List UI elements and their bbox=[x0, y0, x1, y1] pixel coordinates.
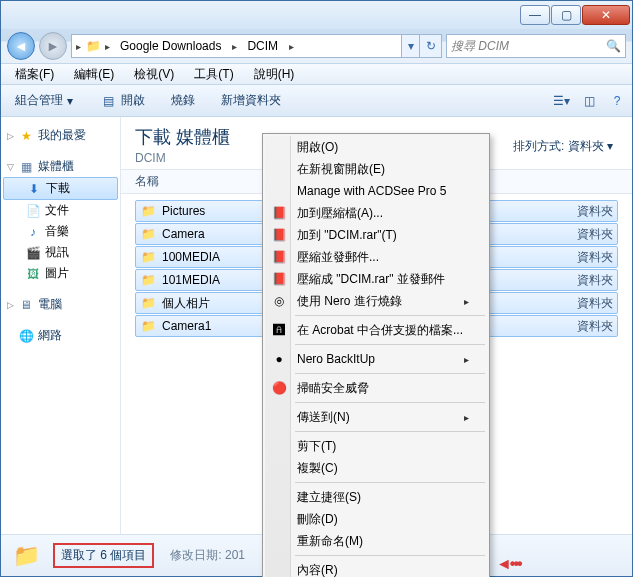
context-item[interactable]: 🅰在 Acrobat 中合併支援的檔案... bbox=[265, 319, 487, 341]
help-button[interactable]: ? bbox=[608, 92, 626, 110]
context-item[interactable]: 刪除(D) bbox=[265, 508, 487, 530]
menu-item-label: 重新命名(M) bbox=[297, 533, 363, 550]
context-item[interactable]: 剪下(T) bbox=[265, 435, 487, 457]
menu-file[interactable]: 檔案(F) bbox=[7, 64, 62, 84]
chevron-icon: ▸ bbox=[285, 41, 298, 52]
menu-item-label: 在 Acrobat 中合併支援的檔案... bbox=[297, 322, 463, 339]
nav-favorites[interactable]: ▷★我的最愛 bbox=[1, 125, 120, 146]
annotation-arrow: ◄••• bbox=[496, 555, 521, 573]
context-item[interactable]: 內容(R) bbox=[265, 559, 487, 577]
menu-separator bbox=[295, 402, 485, 403]
file-type: 資料夾 bbox=[577, 295, 613, 312]
folder-icon: 📁 bbox=[85, 38, 101, 54]
music-icon: ♪ bbox=[25, 224, 41, 240]
sidebar-item-video[interactable]: 🎬視訊 bbox=[1, 242, 120, 263]
address-dropdown[interactable]: ▾ bbox=[401, 35, 419, 57]
address-bar[interactable]: ▸ 📁 ▸ Google Downloads ▸ DCIM ▸ ▾ ↻ bbox=[71, 34, 442, 58]
menu-item-label: 傳送到(N) bbox=[297, 409, 350, 426]
context-item[interactable]: 複製(C) bbox=[265, 457, 487, 479]
menu-separator bbox=[295, 344, 485, 345]
context-item[interactable]: 建立捷徑(S) bbox=[265, 486, 487, 508]
menu-item-label: 使用 Nero 進行燒錄 bbox=[297, 293, 402, 310]
sidebar-item-music[interactable]: ♪音樂 bbox=[1, 221, 120, 242]
menu-item-label: 在新視窗開啟(E) bbox=[297, 161, 385, 178]
open-button[interactable]: ▤開啟 bbox=[91, 90, 153, 112]
menu-item-label: 剪下(T) bbox=[297, 438, 336, 455]
menu-item-label: 壓縮並發郵件... bbox=[297, 249, 379, 266]
folder-icon: 📁 bbox=[140, 273, 156, 287]
breadcrumb-seg[interactable]: DCIM bbox=[241, 35, 285, 57]
context-item[interactable]: 重新命名(M) bbox=[265, 530, 487, 552]
search-input[interactable]: 搜尋 DCIM 🔍 bbox=[446, 34, 626, 58]
titlebar: — ▢ ✕ bbox=[1, 1, 632, 29]
context-item[interactable]: 傳送到(N)▸ bbox=[265, 406, 487, 428]
context-item[interactable]: Manage with ACDSee Pro 5 bbox=[265, 180, 487, 202]
sidebar-item-dl[interactable]: ⬇下載 bbox=[3, 177, 118, 200]
submenu-arrow-icon: ▸ bbox=[464, 412, 469, 423]
context-item[interactable]: 在新視窗開啟(E) bbox=[265, 158, 487, 180]
breadcrumb-seg[interactable]: Google Downloads bbox=[114, 35, 228, 57]
menu-tools[interactable]: 工具(T) bbox=[186, 64, 241, 84]
column-name[interactable]: 名稱 bbox=[135, 173, 255, 190]
folder-icon: 📁 bbox=[140, 319, 156, 333]
file-type: 資料夾 bbox=[577, 272, 613, 289]
file-name: Camera1 bbox=[162, 319, 211, 333]
preview-pane-button[interactable]: ◫ bbox=[580, 92, 598, 110]
nav-computer[interactable]: ▷🖥電腦 bbox=[1, 294, 120, 315]
menu-item-icon: 📕 bbox=[271, 227, 287, 243]
status-meta: 修改日期: 201 bbox=[170, 547, 245, 564]
burn-button[interactable]: 燒錄 bbox=[163, 90, 203, 111]
folder-icon: 📁 bbox=[140, 296, 156, 310]
context-item[interactable]: 📕加到 "DCIM.rar"(T) bbox=[265, 224, 487, 246]
chevron-icon: ▸ bbox=[72, 41, 85, 52]
menu-item-icon: ● bbox=[271, 351, 287, 367]
context-item[interactable]: 📕壓縮並發郵件... bbox=[265, 246, 487, 268]
organize-button[interactable]: 組合管理▾ bbox=[7, 90, 81, 111]
menu-edit[interactable]: 編輯(E) bbox=[66, 64, 122, 84]
menu-view[interactable]: 檢視(V) bbox=[126, 64, 182, 84]
sidebar-item-doc[interactable]: 📄文件 bbox=[1, 200, 120, 221]
forward-button[interactable]: ► bbox=[39, 32, 67, 60]
menu-separator bbox=[295, 482, 485, 483]
refresh-button[interactable]: ↻ bbox=[419, 35, 441, 57]
menu-item-label: 開啟(O) bbox=[297, 139, 338, 156]
menu-item-label: 刪除(D) bbox=[297, 511, 338, 528]
search-icon: 🔍 bbox=[606, 39, 621, 53]
folder-icon: 📁 bbox=[140, 227, 156, 241]
newfolder-button[interactable]: 新增資料夾 bbox=[213, 90, 289, 111]
library-icon: ▦ bbox=[18, 159, 34, 175]
nav-libraries[interactable]: ▽▦媒體櫃 bbox=[1, 156, 120, 177]
menu-item-label: 複製(C) bbox=[297, 460, 338, 477]
open-icon: ▤ bbox=[99, 92, 117, 110]
menu-item-icon: 📕 bbox=[271, 249, 287, 265]
video-icon: 🎬 bbox=[25, 245, 41, 261]
nav-network[interactable]: ▷🌐網路 bbox=[1, 325, 120, 346]
toolbar: 組合管理▾ ▤開啟 燒錄 新增資料夾 ☰▾ ◫ ? bbox=[1, 85, 632, 117]
close-button[interactable]: ✕ bbox=[582, 5, 630, 25]
context-item[interactable]: 🔴掃瞄安全威脅 bbox=[265, 377, 487, 399]
sidebar-item-pic[interactable]: 🖼圖片 bbox=[1, 263, 120, 284]
file-name: 101MEDIA bbox=[162, 273, 220, 287]
menu-separator bbox=[295, 315, 485, 316]
status-text: 選取了 6 個項目 bbox=[53, 543, 154, 568]
menu-item-label: 內容(R) bbox=[297, 562, 338, 578]
sidebar-item-label: 音樂 bbox=[45, 223, 69, 240]
maximize-button[interactable]: ▢ bbox=[551, 5, 581, 25]
expand-icon: ▷ bbox=[7, 300, 14, 310]
search-placeholder: 搜尋 DCIM bbox=[451, 38, 509, 55]
nav-pane: ▷★我的最愛 ▽▦媒體櫃 ⬇下載📄文件♪音樂🎬視訊🖼圖片 ▷🖥電腦 ▷🌐網路 bbox=[1, 117, 121, 534]
back-button[interactable]: ◄ bbox=[7, 32, 35, 60]
context-item[interactable]: 📕加到壓縮檔(A)... bbox=[265, 202, 487, 224]
view-mode-button[interactable]: ☰▾ bbox=[552, 92, 570, 110]
folder-icon: 📁 bbox=[140, 204, 156, 218]
menu-help[interactable]: 說明(H) bbox=[246, 64, 303, 84]
context-item[interactable]: 開啟(O) bbox=[265, 136, 487, 158]
context-item[interactable]: ◎使用 Nero 進行燒錄▸ bbox=[265, 290, 487, 312]
arrange-by[interactable]: 排列方式: 資料夾 ▾ bbox=[513, 138, 613, 155]
context-item[interactable]: 📕壓縮成 "DCIM.rar" 並發郵件 bbox=[265, 268, 487, 290]
file-type: 資料夾 bbox=[577, 226, 613, 243]
minimize-button[interactable]: — bbox=[520, 5, 550, 25]
menubar: 檔案(F) 編輯(E) 檢視(V) 工具(T) 說明(H) bbox=[1, 63, 632, 85]
menu-separator bbox=[295, 373, 485, 374]
context-item[interactable]: ●Nero BackItUp▸ bbox=[265, 348, 487, 370]
